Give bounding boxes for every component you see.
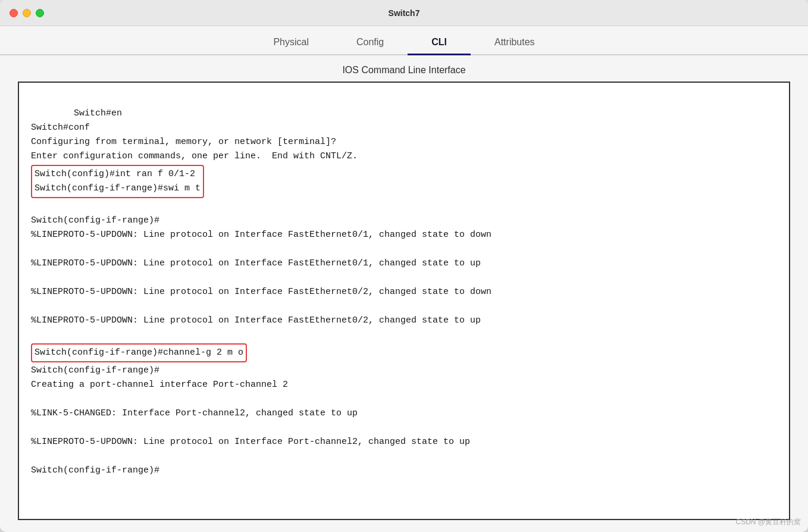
window-title: Switch7	[389, 8, 420, 18]
cli-highlight-group1: Switch(config)#int ran f 0/1-2 Switch(co…	[31, 165, 204, 198]
tab-attributes[interactable]: Attributes	[471, 31, 559, 55]
traffic-lights	[10, 9, 44, 17]
section-title: IOS Command Line Interface	[0, 55, 808, 82]
close-button[interactable]	[10, 9, 18, 17]
cli-wrapper: Switch#en Switch#conf Configuring from t…	[0, 82, 808, 532]
tab-config[interactable]: Config	[333, 31, 408, 55]
tabbar: Physical Config CLI Attributes	[0, 26, 808, 55]
maximize-button[interactable]	[36, 9, 44, 17]
cli-output: Switch#en Switch#conf Configuring from t…	[31, 92, 777, 492]
cli-container[interactable]: Switch#en Switch#conf Configuring from t…	[18, 82, 790, 520]
titlebar: Switch7	[0, 0, 808, 26]
watermark: CSDN @黄豆籽的窝	[735, 517, 801, 527]
tab-physical[interactable]: Physical	[249, 31, 333, 55]
window: Switch7 Physical Config CLI Attributes I…	[0, 0, 808, 532]
tab-cli[interactable]: CLI	[408, 31, 471, 55]
cli-line-2: Switch(config-if-range)# %LINEPROTO-5-UP…	[31, 215, 491, 326]
cli-highlight-group2: Switch(config-if-range)#channel-g 2 m o	[31, 343, 247, 362]
cli-line-1: Switch#en Switch#conf Configuring from t…	[31, 108, 358, 161]
cli-line-3: Switch(config-if-range)# Creating a port…	[31, 365, 470, 475]
minimize-button[interactable]	[23, 9, 31, 17]
